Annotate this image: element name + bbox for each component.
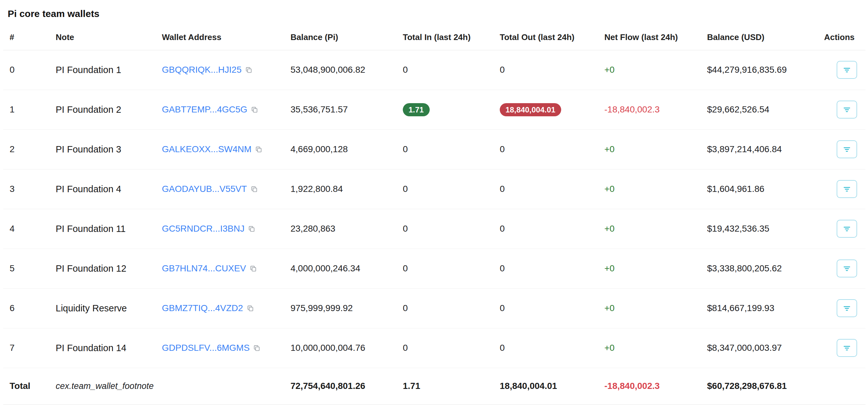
wallet-address-cell: GABT7EMP...4GC5G xyxy=(157,90,285,130)
row-actions-button[interactable] xyxy=(837,339,857,357)
net-flow: -18,840,002.3 xyxy=(599,90,702,130)
filter-icon xyxy=(842,303,852,313)
wallet-note: PI Foundation 4 xyxy=(51,169,157,209)
copy-icon[interactable] xyxy=(250,185,258,193)
row-actions-button[interactable] xyxy=(837,259,857,277)
total-in-badge: 1.71 xyxy=(403,103,430,116)
copy-icon[interactable] xyxy=(249,264,257,273)
row-index: 1 xyxy=(3,90,51,130)
col-header-balance-pi: Balance (Pi) xyxy=(285,22,398,50)
net-flow: +0 xyxy=(599,209,702,249)
net-flow: +0 xyxy=(599,249,702,288)
col-header-total-out: Total Out (last 24h) xyxy=(495,22,599,50)
copy-icon[interactable] xyxy=(245,66,253,74)
balance-usd: $1,604,961.86 xyxy=(702,169,808,209)
total-out: 0 xyxy=(495,249,599,288)
net-flow: +0 xyxy=(599,328,702,368)
total-out: 0 xyxy=(495,130,599,169)
wallet-address-link[interactable]: GAODAYUB...V55VT xyxy=(162,184,247,194)
net-flow: +0 xyxy=(599,288,702,328)
row-actions-button[interactable] xyxy=(837,140,857,158)
page: Pi core team wallets # Note Wallet Addre… xyxy=(0,0,868,404)
wallet-note: PI Foundation 2 xyxy=(51,90,157,130)
wallet-address-cell: GAODAYUB...V55VT xyxy=(157,169,285,209)
filter-icon xyxy=(842,264,852,273)
filter-icon xyxy=(842,105,852,114)
total-in: 0 xyxy=(398,288,495,328)
balance-pi: 4,000,000,246.34 xyxy=(285,249,398,288)
copy-icon[interactable] xyxy=(250,106,258,114)
actions-cell xyxy=(808,169,865,209)
wallet-address-link[interactable]: GBMZ7TIQ...4VZD2 xyxy=(162,303,243,313)
wallet-note: PI Foundation 11 xyxy=(51,209,157,249)
wallet-address-link[interactable]: GB7HLN74...CUXEV xyxy=(162,263,246,273)
wallet-row: 0PI Foundation 1GBQQRIQK...HJI2553,048,9… xyxy=(3,50,865,90)
wallet-address-cell: GC5RNDCR...I3BNJ xyxy=(157,209,285,249)
total-label: Total xyxy=(3,368,51,404)
filter-icon xyxy=(842,184,852,194)
wallet-address-link[interactable]: GBQQRIQK...HJI25 xyxy=(162,65,242,75)
balance-usd: $814,667,199.93 xyxy=(702,288,808,328)
wallet-row: 5PI Foundation 12GB7HLN74...CUXEV4,000,0… xyxy=(3,249,865,288)
wallet-row: 7PI Foundation 14GDPDSLFV...6MGMS10,000,… xyxy=(3,328,865,368)
balance-usd: $44,279,916,835.69 xyxy=(702,50,808,90)
row-actions-button[interactable] xyxy=(837,101,857,118)
wallet-note: PI Foundation 3 xyxy=(51,130,157,169)
copy-icon[interactable] xyxy=(246,304,254,312)
row-index: 7 xyxy=(3,328,51,368)
total-in: 0 xyxy=(398,169,495,209)
total-in: 0 xyxy=(398,328,495,368)
total-out-badge: 18,840,004.01 xyxy=(500,103,561,116)
total-balance-pi: 72,754,640,801.26 xyxy=(285,368,398,404)
total-out: 18,840,004.01 xyxy=(495,368,599,404)
table-footer: Total cex.team_wallet_footnote 72,754,64… xyxy=(3,368,865,404)
wallet-address-link[interactable]: GALKEOXX...SW4NM xyxy=(162,144,251,154)
copy-icon[interactable] xyxy=(255,145,263,153)
row-actions-button[interactable] xyxy=(837,180,857,198)
col-header-total-in: Total In (last 24h) xyxy=(398,22,495,50)
actions-cell xyxy=(808,288,865,328)
filter-icon xyxy=(842,65,852,75)
col-header-net-flow: Net Flow (last 24h) xyxy=(599,22,702,50)
balance-usd: $8,347,000,003.97 xyxy=(702,328,808,368)
total-in: 0 xyxy=(398,50,495,90)
balance-usd: $29,662,526.54 xyxy=(702,90,808,130)
actions-cell xyxy=(808,50,865,90)
row-index: 2 xyxy=(3,130,51,169)
balance-usd: $3,338,800,205.62 xyxy=(702,249,808,288)
wallet-address-link[interactable]: GABT7EMP...4GC5G xyxy=(162,105,247,114)
table-header: # Note Wallet Address Balance (Pi) Total… xyxy=(3,22,865,50)
row-actions-button[interactable] xyxy=(837,299,857,317)
net-flow: +0 xyxy=(599,169,702,209)
total-out: 0 xyxy=(495,50,599,90)
wallet-note: PI Foundation 12 xyxy=(51,249,157,288)
balance-pi: 23,280,863 xyxy=(285,209,398,249)
row-actions-button[interactable] xyxy=(837,220,857,238)
total-out: 18,840,004.01 xyxy=(495,90,599,130)
wallet-note: PI Foundation 14 xyxy=(51,328,157,368)
copy-icon[interactable] xyxy=(248,225,256,233)
wallet-row: 3PI Foundation 4GAODAYUB...V55VT1,922,80… xyxy=(3,169,865,209)
row-index: 0 xyxy=(3,50,51,90)
filter-icon xyxy=(842,343,852,353)
col-header-balance-usd: Balance (USD) xyxy=(702,22,808,50)
copy-icon[interactable] xyxy=(253,344,261,352)
total-in: 1.71 xyxy=(398,368,495,404)
total-in: 0 xyxy=(398,209,495,249)
col-header-note: Note xyxy=(51,22,157,50)
row-actions-button[interactable] xyxy=(837,61,857,79)
wallet-row: 4PI Foundation 11GC5RNDCR...I3BNJ23,280,… xyxy=(3,209,865,249)
wallet-address-cell: GALKEOXX...SW4NM xyxy=(157,130,285,169)
wallets-table: # Note Wallet Address Balance (Pi) Total… xyxy=(3,22,865,404)
balance-pi: 975,999,999.92 xyxy=(285,288,398,328)
table-body: 0PI Foundation 1GBQQRIQK...HJI2553,048,9… xyxy=(3,50,865,368)
total-in: 1.71 xyxy=(398,90,495,130)
actions-cell xyxy=(808,90,865,130)
wallet-address-link[interactable]: GC5RNDCR...I3BNJ xyxy=(162,224,244,233)
header-row: # Note Wallet Address Balance (Pi) Total… xyxy=(3,22,865,50)
filter-icon xyxy=(842,144,852,154)
wallet-note: Liquidity Reserve xyxy=(51,288,157,328)
wallet-address-link[interactable]: GDPDSLFV...6MGMS xyxy=(162,343,250,353)
wallet-address-cell: GBMZ7TIQ...4VZD2 xyxy=(157,288,285,328)
balance-pi: 53,048,900,006.82 xyxy=(285,50,398,90)
